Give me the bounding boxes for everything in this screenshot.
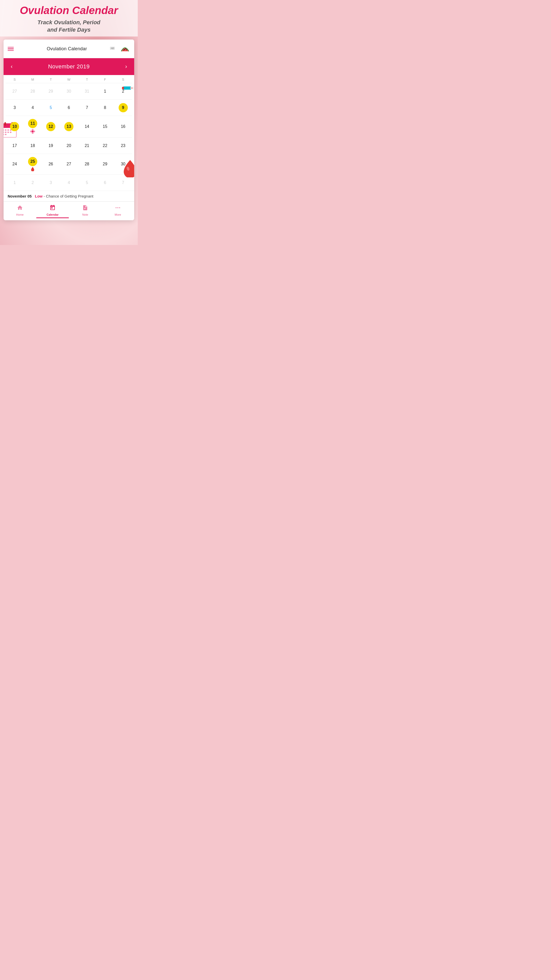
app-topbar: Ovulation Calendar AD [3, 40, 134, 58]
svg-rect-29 [5, 134, 6, 135]
day-12[interactable]: 12 [42, 121, 60, 132]
fertility-level: Low [35, 194, 43, 198]
app-title: Ovulation Calendar [5, 5, 133, 16]
subtitle: Track Ovulation, Periodand Fertile Days [5, 19, 133, 33]
day-2-dec[interactable]: 2 [24, 177, 42, 188]
day-6[interactable]: 6 [60, 102, 78, 113]
small-blood-drop [31, 167, 35, 171]
day-21[interactable]: 21 [78, 140, 96, 151]
app-name: Ovulation Calendar [47, 46, 87, 52]
svg-rect-26 [7, 132, 9, 133]
day-18[interactable]: 18 [24, 140, 42, 151]
nav-item-more[interactable]: More [102, 204, 134, 219]
note-icon [82, 205, 88, 212]
day-27-oct[interactable]: 27 [6, 86, 24, 97]
day-25[interactable]: 25 [24, 156, 42, 172]
day-header-mon: M [24, 78, 42, 81]
day-30-oct[interactable]: 30 [60, 86, 78, 97]
day-13[interactable]: 13 [60, 121, 78, 132]
day-19[interactable]: 19 [42, 140, 60, 151]
svg-rect-19 [3, 129, 4, 130]
svg-rect-21 [7, 129, 9, 130]
svg-rect-24 [3, 132, 4, 133]
svg-rect-28 [3, 134, 4, 135]
day-4-dec[interactable]: 4 [60, 177, 78, 188]
svg-point-13 [33, 130, 35, 132]
day-headers-row: S M T W T F S [6, 75, 132, 83]
svg-point-33 [119, 207, 120, 208]
svg-rect-8 [132, 88, 133, 89]
nav-item-home[interactable]: Home [3, 204, 36, 219]
ad-badge: AD [110, 47, 115, 50]
day-24[interactable]: 24 [6, 159, 24, 170]
svg-rect-7 [131, 88, 131, 89]
nav-label-calendar: Calendar [46, 213, 59, 216]
svg-point-31 [116, 207, 117, 208]
day-2[interactable]: 2 [114, 86, 132, 97]
day-header-wed: W [60, 78, 78, 81]
active-indicator [36, 218, 69, 218]
day-29[interactable]: 29 [96, 159, 114, 170]
day-11[interactable]: 11 [24, 118, 42, 135]
day-30[interactable]: 30 [114, 159, 132, 170]
day-3[interactable]: 3 [6, 102, 24, 113]
day-1[interactable]: 1 [96, 86, 114, 97]
nav-item-calendar[interactable]: Calendar [36, 204, 69, 219]
day-28-oct[interactable]: 28 [24, 86, 42, 97]
day-1-dec[interactable]: 1 [6, 177, 24, 188]
calendar-week-3: 10 11 12 13 14 15 16 [6, 116, 132, 137]
day-5-dec[interactable]: 5 [78, 177, 96, 188]
day-9[interactable]: 9 [114, 102, 132, 113]
day-26[interactable]: 26 [42, 159, 60, 170]
calendar-week-1: 27 28 29 30 31 1 2 [6, 83, 132, 99]
day-28[interactable]: 28 [78, 159, 96, 170]
day-17[interactable]: 17 [6, 140, 24, 151]
day-header-thu: T [78, 78, 96, 81]
calendar-week-5: 24 25 26 27 28 29 30 [6, 154, 132, 174]
day-5[interactable]: 5 [42, 102, 60, 113]
prev-month-button[interactable]: ‹ [9, 62, 14, 71]
home-icon [17, 205, 23, 212]
nav-label-more: More [114, 213, 121, 216]
status-text: - Chance of Getting Pregnant [44, 194, 94, 198]
svg-rect-20 [5, 129, 6, 130]
menu-button[interactable] [8, 47, 14, 51]
nav-item-note[interactable]: Note [69, 204, 102, 219]
watermelon-icon [120, 43, 130, 53]
day-31-oct[interactable]: 31 [78, 86, 96, 97]
next-month-button[interactable]: › [123, 62, 129, 71]
day-header-tue: T [42, 78, 60, 81]
nav-label-home: Home [16, 213, 24, 216]
day-3-dec[interactable]: 3 [42, 177, 60, 188]
day-14[interactable]: 14 [78, 121, 96, 132]
day-header-fri: F [96, 78, 114, 81]
status-date: November 05 [8, 194, 32, 198]
day-29-oct[interactable]: 29 [42, 86, 60, 97]
calendar-icon [49, 205, 56, 212]
bottom-nav: Home Calendar Note [3, 201, 134, 220]
day-4[interactable]: 4 [24, 102, 42, 113]
day-16[interactable]: 16 [114, 121, 132, 132]
day-23[interactable]: 23 [114, 140, 132, 151]
calendar-grid: S M T W T F S 27 28 29 30 31 1 2 [3, 75, 134, 191]
svg-point-12 [30, 130, 32, 132]
svg-rect-17 [4, 122, 6, 126]
calendar-week-6: 1 2 3 4 5 6 7 [6, 174, 132, 191]
page-content: Ovulation Calendar Track Ovulation, Peri… [0, 0, 138, 220]
day-22[interactable]: 22 [96, 140, 114, 151]
app-card: Ovulation Calendar AD [3, 40, 134, 220]
day-7-dec[interactable]: 7 [114, 177, 132, 188]
day-6-dec[interactable]: 6 [96, 177, 114, 188]
month-label: November 2019 [48, 63, 89, 70]
day-7[interactable]: 7 [78, 102, 96, 113]
month-nav: ‹ November 2019 › [3, 58, 134, 75]
svg-point-11 [32, 132, 34, 134]
more-icon [115, 205, 121, 212]
status-bar: November 05 Low - Chance of Getting Preg… [3, 191, 134, 201]
day-8[interactable]: 8 [96, 102, 114, 113]
day-15[interactable]: 15 [96, 121, 114, 132]
day-27[interactable]: 27 [60, 159, 78, 170]
svg-point-32 [118, 207, 118, 208]
day-20[interactable]: 20 [60, 140, 78, 151]
calendar-week-2: 3 4 5 6 7 8 9 [6, 99, 132, 116]
